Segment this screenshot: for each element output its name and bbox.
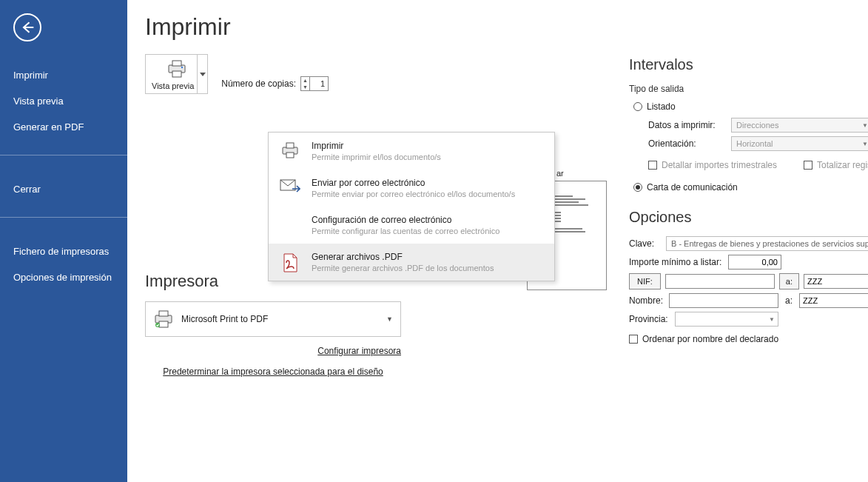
nombre-label: Nombre: (629, 295, 665, 306)
preview-caption: ar (556, 169, 616, 178)
orientacion-combo[interactable]: Horizontal ▼ (731, 136, 868, 151)
chk-detallar-label: Detallar importes trimestrales (662, 160, 777, 170)
dropdown-item-title: Generar archivos .PDF (312, 252, 494, 262)
chk-totalizar[interactable]: Totalizar registros (804, 160, 868, 170)
sidebar-item-generar-pdf[interactable]: Generar en PDF (0, 114, 127, 140)
back-button[interactable] (13, 13, 41, 41)
chevron-down-icon: ▼ (769, 316, 775, 323)
empty-icon (279, 215, 301, 235)
checkbox-icon (629, 335, 638, 344)
arrow-left-icon (20, 20, 35, 35)
svg-rect-9 (159, 311, 168, 316)
radio-icon (633, 183, 642, 192)
dropdown-item-subtitle: Permite configurar las cuentas de correo… (312, 227, 499, 235)
vista-previa-dropdown-toggle[interactable] (197, 55, 207, 93)
vista-previa-label: Vista previa (152, 81, 201, 90)
svg-rect-1 (172, 61, 181, 66)
dropdown-item-subtitle: Permite generar archivos .PDF de los doc… (312, 264, 494, 272)
vista-previa-button[interactable]: Vista previa (145, 54, 208, 94)
svg-point-3 (181, 67, 182, 68)
sidebar-item-opciones-impresion[interactable]: Opciones de impresión (0, 264, 127, 290)
checkbox-icon (648, 161, 657, 170)
datos-imprimir-label: Datos a imprimir: (648, 120, 725, 130)
dropdown-item-subtitle: Permite enviar por correo electrónico el… (312, 190, 515, 198)
radio-listado-label: Listado (647, 101, 676, 112)
tipo-salida-label: Tipo de salida (629, 84, 868, 94)
datos-imprimir-combo[interactable]: Direcciones ▼ (731, 118, 868, 133)
dropdown-item-config-correo[interactable]: Configuración de correo electrónico Perm… (269, 207, 554, 244)
radio-icon (633, 102, 642, 111)
radio-carta-label: Carta de comunicación (647, 182, 738, 193)
orientacion-value: Horizontal (736, 139, 773, 148)
chk-ordenar[interactable]: Ordenar por nombre del declarado (629, 334, 868, 344)
nombre-to-input[interactable] (799, 293, 868, 308)
predeterminar-impresora-link[interactable]: Predeterminar la impresora seleccionada … (163, 366, 383, 377)
page-title: Imprimir (145, 13, 846, 41)
right-panel: Intervalos Tipo de salida Listado Datos … (629, 44, 868, 349)
spinner-down[interactable]: ▼ (301, 84, 309, 90)
pdf-icon (279, 252, 301, 272)
printer-selector[interactable]: Microsoft Print to PDF ▼ (145, 301, 401, 337)
nif-button[interactable]: NIF: (629, 273, 661, 289)
provincia-label: Provincia: (629, 314, 670, 324)
printer-icon (166, 59, 188, 78)
nif-to-input[interactable] (804, 274, 868, 289)
nif-a-button[interactable]: a: (779, 273, 799, 289)
copies-value[interactable]: 1 (310, 77, 328, 90)
dropdown-item-generar-pdf[interactable]: Generar archivos .PDF Permite generar ar… (269, 244, 554, 281)
radio-listado[interactable]: Listado (633, 101, 868, 112)
dropdown-item-title: Configuración de correo electrónico (312, 215, 499, 225)
chevron-down-icon: ▼ (862, 122, 868, 129)
chk-detallar[interactable]: Detallar importes trimestrales (648, 160, 777, 170)
svg-rect-10 (159, 321, 168, 327)
datos-imprimir-value: Direcciones (736, 121, 778, 130)
dropdown-item-enviar-correo[interactable]: Enviar por correo electrónico Permite en… (269, 170, 554, 207)
svg-rect-6 (286, 153, 294, 158)
importe-input[interactable] (728, 255, 781, 270)
intervalos-heading: Intervalos (629, 56, 868, 73)
sidebar-item-cerrar[interactable]: Cerrar (0, 176, 127, 202)
nombre-from-input[interactable] (669, 293, 778, 308)
svg-rect-5 (286, 143, 294, 148)
sidebar-item-fichero-impresoras[interactable]: Fichero de impresoras (0, 238, 127, 264)
sidebar-item-imprimir[interactable]: Imprimir (0, 62, 127, 88)
printer-name: Microsoft Print to PDF (181, 314, 268, 324)
chevron-down-icon (200, 73, 206, 76)
printer-ready-icon (153, 310, 174, 328)
radio-carta[interactable]: Carta de comunicación (633, 182, 868, 193)
configurar-impresora-link[interactable]: Configurar impresora (317, 346, 401, 356)
sidebar: Imprimir Vista previa Generar en PDF Cer… (0, 0, 127, 482)
main-area: Imprimir Vista previa Número de copias: … (127, 0, 868, 482)
sidebar-item-vista-previa[interactable]: Vista previa (0, 88, 127, 114)
copies-spinner[interactable]: ▲ ▼ 1 (300, 76, 329, 91)
chevron-down-icon: ▼ (386, 315, 393, 323)
nif-from-input[interactable] (665, 274, 775, 289)
svg-rect-2 (172, 71, 181, 77)
spinner-up[interactable]: ▲ (301, 77, 309, 84)
checkbox-icon (804, 161, 813, 170)
nombre-a-label: a: (783, 295, 795, 306)
chevron-down-icon: ▼ (862, 141, 868, 147)
dropdown-item-subtitle: Permite imprimir el/los documento/s (312, 153, 441, 161)
mail-send-icon (279, 178, 301, 198)
clave-combo[interactable]: B - Entregas de bienes y prestaciones de… (666, 236, 868, 251)
clave-value: B - Entregas de bienes y prestaciones de… (671, 239, 868, 248)
printer-icon (279, 141, 301, 161)
opciones-heading: Opciones (629, 209, 868, 226)
dropdown-item-imprimir[interactable]: Imprimir Permite imprimir el/los documen… (269, 133, 554, 170)
dropdown-item-title: Imprimir (312, 141, 441, 151)
chk-ordenar-label: Ordenar por nombre del declarado (642, 334, 778, 344)
chk-totalizar-label: Totalizar registros (817, 160, 868, 170)
orientacion-label: Orientación: (648, 138, 725, 149)
importe-label: Importe mínimo a listar: (629, 257, 724, 267)
clave-label: Clave: (629, 238, 662, 249)
svg-point-11 (155, 323, 160, 327)
provincia-combo[interactable]: ▼ (675, 312, 778, 327)
copies-label: Número de copias: (221, 78, 296, 89)
preview-dropdown-menu: Imprimir Permite imprimir el/los documen… (268, 132, 555, 281)
dropdown-item-title: Enviar por correo electrónico (312, 178, 515, 188)
